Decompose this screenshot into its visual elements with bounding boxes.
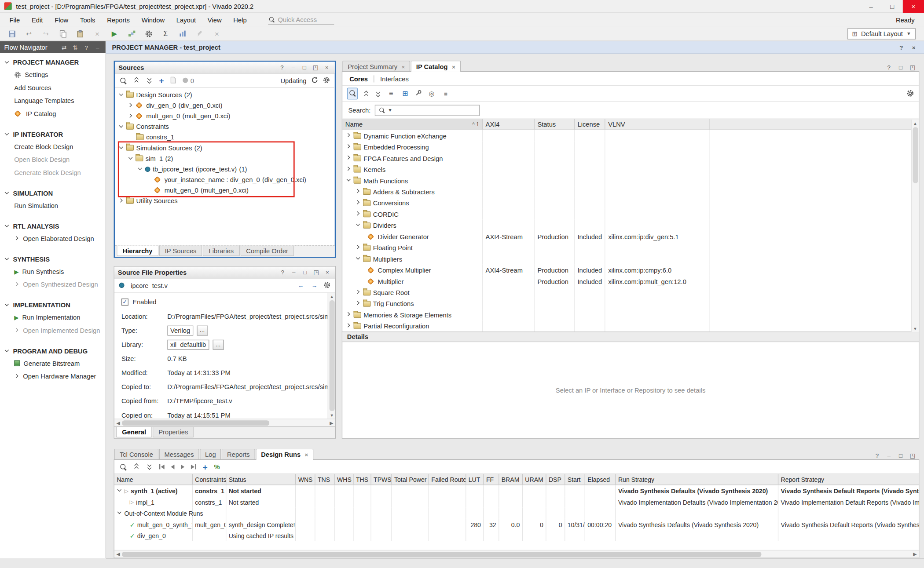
- chevron-down-icon[interactable]: [356, 256, 361, 262]
- help-icon[interactable]: ?: [83, 44, 90, 51]
- help-icon[interactable]: ?: [278, 268, 287, 277]
- ip-row[interactable]: Memories & Storage Elements: [342, 309, 919, 320]
- column-header[interactable]: TPWS: [371, 474, 392, 484]
- layout-selector[interactable]: ⊞Default Layout▼: [847, 28, 916, 39]
- tab-design-runs[interactable]: Design Runs×: [256, 449, 313, 460]
- column-header[interactable]: THS: [354, 474, 371, 484]
- flownav-item-open-implemented-design[interactable]: Open Implemented Design: [0, 324, 106, 337]
- skip-to-first-icon[interactable]: [159, 464, 165, 469]
- scrollbar-thumb[interactable]: [122, 551, 761, 557]
- maximize-icon[interactable]: ◳: [312, 268, 320, 277]
- close-icon[interactable]: ×: [402, 63, 405, 70]
- copy-icon[interactable]: [57, 28, 69, 40]
- chevron-right-icon[interactable]: [356, 200, 361, 205]
- close-icon[interactable]: ×: [323, 63, 331, 72]
- column-header[interactable]: TNS: [315, 474, 335, 484]
- column-header-axi4[interactable]: AXI4: [483, 119, 535, 130]
- chevron-right-icon[interactable]: [128, 113, 133, 119]
- run-steps-icon[interactable]: [125, 28, 137, 40]
- tree-item-div-gen-0[interactable]: div_gen_0(div_gen_0.xci): [115, 100, 335, 111]
- section-header[interactable]: RTL ANALYSIS: [0, 220, 106, 232]
- ip-search-input[interactable]: ▼: [375, 105, 480, 116]
- column-header[interactable]: Failed Routes: [429, 474, 466, 484]
- section-header[interactable]: SIMULATION: [0, 187, 106, 199]
- ip-row[interactable]: Trig Functions: [342, 298, 919, 309]
- column-header[interactable]: Name: [114, 474, 193, 484]
- chevron-right-icon[interactable]: [346, 144, 351, 149]
- column-header-vlnv[interactable]: VLNV: [605, 119, 710, 130]
- design-run-row[interactable]: ▷impl_1 constrs_1Not started Vivado Impl…: [114, 496, 919, 507]
- flownav-item-run-simulation[interactable]: Run Simulation: [0, 199, 106, 212]
- add-sources-icon[interactable]: +: [159, 77, 164, 84]
- menu-view[interactable]: View: [202, 13, 227, 26]
- maximize-icon[interactable]: ◳: [311, 63, 320, 72]
- search-icon[interactable]: [120, 463, 127, 470]
- scroll-left-icon[interactable]: ◀: [114, 420, 122, 426]
- chevron-right-icon[interactable]: [346, 323, 351, 328]
- float-icon[interactable]: □: [300, 63, 309, 72]
- ip-status-icon[interactable]: ◎: [427, 89, 436, 98]
- tree-item-simulation-sources[interactable]: Simulation Sources(2): [115, 142, 335, 153]
- cancel-icon[interactable]: ×: [211, 28, 223, 40]
- column-header[interactable]: LUT: [466, 474, 484, 484]
- hierarchy-view-icon[interactable]: ≡: [387, 89, 396, 98]
- tree-item-utility-sources[interactable]: Utility Sources: [115, 196, 335, 206]
- save-icon[interactable]: [6, 28, 18, 40]
- menu-edit[interactable]: Edit: [26, 13, 49, 26]
- menu-help[interactable]: Help: [227, 13, 253, 26]
- chevron-down-icon[interactable]: [356, 222, 361, 228]
- section-header[interactable]: IP INTEGRATOR: [0, 128, 106, 140]
- menu-window[interactable]: Window: [136, 13, 170, 26]
- ip-row[interactable]: Math Functions: [342, 175, 919, 186]
- create-run-icon[interactable]: +: [203, 463, 208, 470]
- column-header[interactable]: Status: [226, 474, 296, 484]
- enabled-checkbox[interactable]: [121, 299, 128, 306]
- column-header[interactable]: Run Strategy: [616, 474, 779, 484]
- float-icon[interactable]: □: [301, 268, 309, 277]
- tree-item-design-sources[interactable]: Design Sources(2): [115, 90, 335, 100]
- flownav-item-settings[interactable]: Settings: [0, 68, 106, 81]
- column-header[interactable]: Report Strategy: [778, 474, 919, 484]
- menu-reports[interactable]: Reports: [101, 13, 136, 26]
- maximize-icon[interactable]: ◳: [908, 451, 917, 460]
- tab-compile-order[interactable]: Compile Order: [240, 245, 294, 256]
- flownav-item-generate-bitstream[interactable]: Generate Bitstream: [0, 357, 106, 370]
- minimize-icon[interactable]: –: [290, 268, 298, 277]
- sum-report-icon[interactable]: Σ: [160, 28, 172, 40]
- paste-icon[interactable]: [74, 28, 86, 40]
- flownav-item-run-synthesis[interactable]: ▶Run Synthesis: [0, 265, 106, 278]
- search-icon[interactable]: [347, 88, 358, 100]
- settings-gear-icon[interactable]: [323, 281, 330, 290]
- back-arrow-icon[interactable]: ←: [297, 281, 305, 290]
- chevron-down-icon[interactable]: [118, 92, 124, 98]
- customize-wrench-icon[interactable]: [415, 90, 422, 98]
- scrollbar-thumb[interactable]: [329, 300, 334, 411]
- ip-row[interactable]: FPGA Features and Design: [342, 153, 919, 164]
- column-header[interactable]: URAM: [523, 474, 546, 484]
- design-run-row[interactable]: ▷synth_1 (active) constrs_1Not started V…: [114, 485, 919, 496]
- expand-all-icon[interactable]: [146, 76, 153, 84]
- chevron-down-icon[interactable]: [137, 166, 143, 171]
- settings-gear-icon[interactable]: [906, 89, 914, 98]
- tab-project-summary[interactable]: Project Summary×: [342, 61, 410, 72]
- ip-row[interactable]: Square Root: [342, 287, 919, 298]
- minimize-icon[interactable]: –: [289, 63, 297, 72]
- close-icon[interactable]: ×: [305, 451, 308, 458]
- scrollbar-thumb[interactable]: [913, 127, 918, 183]
- close-icon[interactable]: ×: [909, 43, 918, 51]
- section-header[interactable]: IMPLEMENTATION: [0, 299, 106, 311]
- help-icon[interactable]: ?: [897, 43, 906, 51]
- ip-row[interactable]: CORDIC: [342, 208, 919, 219]
- skip-to-last-icon[interactable]: [191, 464, 196, 469]
- chevron-down-icon[interactable]: [117, 510, 122, 516]
- chevron-right-icon[interactable]: [356, 211, 361, 217]
- open-file-icon[interactable]: [170, 76, 176, 84]
- float-icon[interactable]: □: [896, 451, 905, 460]
- tab-ip-sources[interactable]: IP Sources: [159, 245, 202, 256]
- collapse-all-icon[interactable]: [363, 90, 370, 97]
- menu-file[interactable]: File: [4, 13, 26, 26]
- column-header[interactable]: FF: [484, 474, 499, 484]
- settings-gear-icon[interactable]: [143, 28, 154, 40]
- quick-access-input[interactable]: Quick Access: [268, 15, 334, 24]
- ip-row[interactable]: Adders & Subtracters: [342, 186, 919, 197]
